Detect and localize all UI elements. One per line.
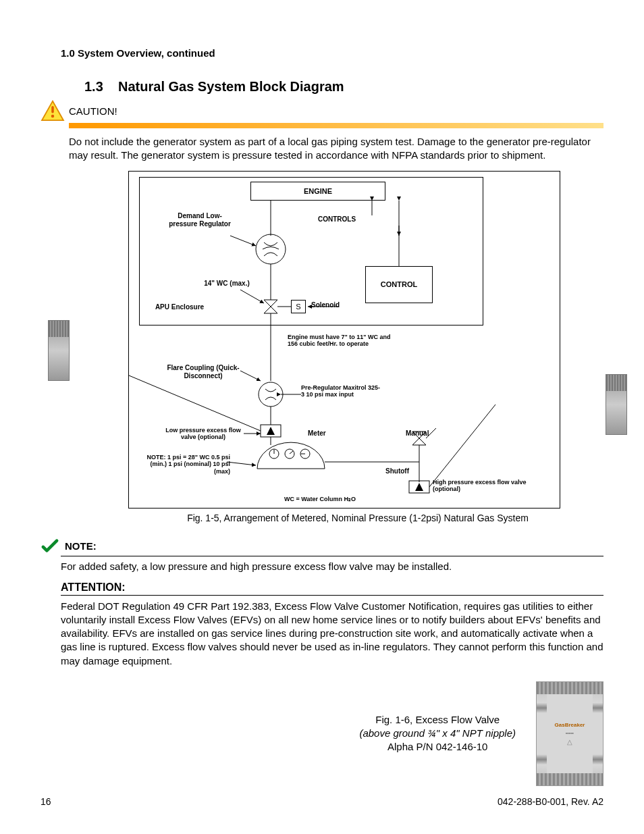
engine-note: Engine must have 7" to 11" WC and 156 cu… <box>288 334 402 348</box>
block-diagram: ENGINE <box>128 171 560 509</box>
section-title: 1.3 Natural Gas System Block Diagram <box>84 79 603 95</box>
svg-line-37 <box>230 236 256 246</box>
svg-point-23 <box>285 449 294 459</box>
notepsi-label: NOTE: 1 psi = 28" WC 0.5 psi (min.) 1 ps… <box>132 454 230 475</box>
wc14-label: 14" WC (max.) <box>203 280 250 288</box>
svg-rect-31 <box>409 481 429 493</box>
valve-photo-right <box>606 374 627 435</box>
control-box: CONTROL <box>365 266 433 303</box>
svg-point-7 <box>256 234 286 264</box>
fig1-caption: Fig. 1-5, Arrangement of Metered, Nomina… <box>155 513 560 523</box>
lowp-label: Low pressure excess flow valve (optional… <box>163 427 244 442</box>
svg-line-36 <box>227 462 256 465</box>
svg-point-2 <box>51 115 54 118</box>
svg-marker-17 <box>267 427 275 435</box>
valve-photo-main: GasBreaker ━━━ △ <box>536 681 603 786</box>
caution-body: Do not include the generator system as p… <box>69 135 603 163</box>
flare-label: Flare Coupling (Quick-Disconnect) <box>163 364 244 380</box>
apu-label: APU Enclosure <box>153 303 207 311</box>
fig2-line2: (above ground ¾" x 4" NPT nipple) <box>359 727 516 740</box>
svg-point-21 <box>269 449 279 459</box>
controls-label: CONTROLS <box>318 215 356 224</box>
svg-marker-32 <box>415 483 423 491</box>
fig2-caption: Fig. 1-6, Excess Flow Valve (above groun… <box>359 713 516 754</box>
wcdef-label: WC = Water Column H₂O <box>284 496 356 503</box>
demand-label: Demand Low-pressure Regulator <box>166 212 234 228</box>
attention-body: Federal DOT Regulation 49 CFR Part 192.3… <box>61 600 603 668</box>
svg-line-35 <box>240 290 264 303</box>
s-box: S <box>291 300 306 313</box>
caution-bar <box>69 123 603 128</box>
solenoid-label: Solenoid <box>311 301 340 309</box>
svg-line-34 <box>429 405 495 487</box>
section-name: Natural Gas System Block Diagram <box>118 79 344 94</box>
svg-rect-1 <box>51 106 54 113</box>
doc-id: 042-288-B0-001, Rev. A2 <box>498 796 603 807</box>
section-header: 1.0 System Overview, continued <box>61 47 603 59</box>
manual-label: Manual <box>406 429 429 438</box>
page-number: 16 <box>41 796 51 807</box>
caution-icon <box>41 100 65 122</box>
valve-photo-left <box>48 320 70 381</box>
check-icon <box>41 538 59 554</box>
caution-label: CAUTION! <box>69 105 117 117</box>
note-body: For added safety, a low pressure and hig… <box>61 561 603 572</box>
note-rule <box>61 556 603 556</box>
section-number: 1.3 <box>84 79 103 94</box>
svg-rect-16 <box>261 425 281 437</box>
attention-label: ATTENTION: <box>61 581 603 594</box>
highp-label: High pressure excess flow valve (optiona… <box>433 479 547 494</box>
svg-line-33 <box>129 350 261 431</box>
attention-rule <box>61 595 603 596</box>
engine-box: ENGINE <box>250 182 385 201</box>
valve-brand: GasBreaker <box>555 722 585 728</box>
svg-line-24 <box>290 451 293 454</box>
fig2-line1: Fig. 1-6, Excess Flow Valve <box>359 713 516 727</box>
svg-point-25 <box>300 449 310 459</box>
fig2-line3: Alpha P/N 042-146-10 <box>359 740 516 754</box>
prereg-label: Pre-Regulator Maxitrol 325-3 10 psi max … <box>301 384 382 399</box>
meter-label: Meter <box>308 429 326 438</box>
svg-point-13 <box>259 382 283 407</box>
shutoff-label: Shutoff <box>385 467 409 475</box>
note-label: NOTE: <box>65 540 97 552</box>
